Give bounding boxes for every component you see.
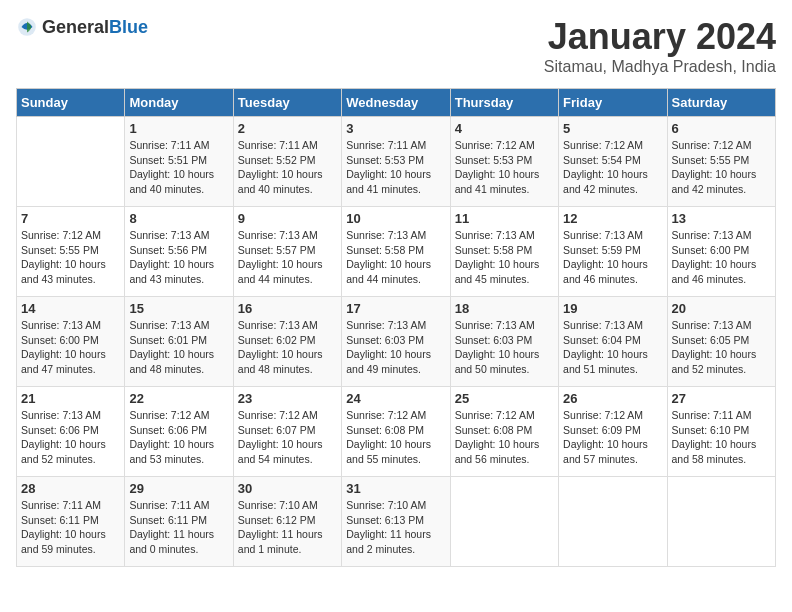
day-info: Sunrise: 7:13 AM Sunset: 6:03 PM Dayligh… [455,318,554,377]
calendar-cell: 18Sunrise: 7:13 AM Sunset: 6:03 PM Dayli… [450,297,558,387]
day-number: 6 [672,121,771,136]
week-row-5: 28Sunrise: 7:11 AM Sunset: 6:11 PM Dayli… [17,477,776,567]
calendar-cell: 31Sunrise: 7:10 AM Sunset: 6:13 PM Dayli… [342,477,450,567]
logo-general: GeneralBlue [42,17,148,38]
calendar-cell: 4Sunrise: 7:12 AM Sunset: 5:53 PM Daylig… [450,117,558,207]
calendar-cell [17,117,125,207]
day-info: Sunrise: 7:12 AM Sunset: 6:07 PM Dayligh… [238,408,337,467]
week-row-3: 14Sunrise: 7:13 AM Sunset: 6:00 PM Dayli… [17,297,776,387]
day-number: 29 [129,481,228,496]
day-header-tuesday: Tuesday [233,89,341,117]
day-info: Sunrise: 7:11 AM Sunset: 6:11 PM Dayligh… [129,498,228,557]
calendar-cell: 6Sunrise: 7:12 AM Sunset: 5:55 PM Daylig… [667,117,775,207]
week-row-2: 7Sunrise: 7:12 AM Sunset: 5:55 PM Daylig… [17,207,776,297]
logo: GeneralBlue [16,16,148,38]
day-info: Sunrise: 7:13 AM Sunset: 6:02 PM Dayligh… [238,318,337,377]
day-info: Sunrise: 7:13 AM Sunset: 6:00 PM Dayligh… [672,228,771,287]
day-number: 27 [672,391,771,406]
day-info: Sunrise: 7:11 AM Sunset: 5:51 PM Dayligh… [129,138,228,197]
calendar-cell: 3Sunrise: 7:11 AM Sunset: 5:53 PM Daylig… [342,117,450,207]
day-number: 13 [672,211,771,226]
day-number: 26 [563,391,662,406]
day-number: 12 [563,211,662,226]
day-info: Sunrise: 7:13 AM Sunset: 5:57 PM Dayligh… [238,228,337,287]
day-number: 23 [238,391,337,406]
calendar-cell: 26Sunrise: 7:12 AM Sunset: 6:09 PM Dayli… [559,387,667,477]
day-number: 20 [672,301,771,316]
calendar-cell: 16Sunrise: 7:13 AM Sunset: 6:02 PM Dayli… [233,297,341,387]
day-number: 22 [129,391,228,406]
page-header: GeneralBlue January 2024 Sitamau, Madhya… [16,16,776,76]
day-info: Sunrise: 7:13 AM Sunset: 6:03 PM Dayligh… [346,318,445,377]
day-info: Sunrise: 7:11 AM Sunset: 5:52 PM Dayligh… [238,138,337,197]
calendar-cell: 12Sunrise: 7:13 AM Sunset: 5:59 PM Dayli… [559,207,667,297]
calendar-cell: 14Sunrise: 7:13 AM Sunset: 6:00 PM Dayli… [17,297,125,387]
day-number: 8 [129,211,228,226]
day-number: 19 [563,301,662,316]
days-header-row: SundayMondayTuesdayWednesdayThursdayFrid… [17,89,776,117]
day-number: 15 [129,301,228,316]
calendar-cell: 1Sunrise: 7:11 AM Sunset: 5:51 PM Daylig… [125,117,233,207]
day-info: Sunrise: 7:13 AM Sunset: 5:58 PM Dayligh… [455,228,554,287]
day-info: Sunrise: 7:12 AM Sunset: 6:08 PM Dayligh… [455,408,554,467]
day-info: Sunrise: 7:13 AM Sunset: 6:06 PM Dayligh… [21,408,120,467]
day-info: Sunrise: 7:10 AM Sunset: 6:12 PM Dayligh… [238,498,337,557]
day-number: 4 [455,121,554,136]
day-number: 16 [238,301,337,316]
day-info: Sunrise: 7:12 AM Sunset: 5:53 PM Dayligh… [455,138,554,197]
day-number: 14 [21,301,120,316]
logo-icon [16,16,38,38]
calendar-cell: 24Sunrise: 7:12 AM Sunset: 6:08 PM Dayli… [342,387,450,477]
day-info: Sunrise: 7:11 AM Sunset: 6:10 PM Dayligh… [672,408,771,467]
day-number: 11 [455,211,554,226]
day-number: 3 [346,121,445,136]
day-info: Sunrise: 7:12 AM Sunset: 6:09 PM Dayligh… [563,408,662,467]
calendar-cell: 7Sunrise: 7:12 AM Sunset: 5:55 PM Daylig… [17,207,125,297]
day-number: 2 [238,121,337,136]
calendar-cell [450,477,558,567]
day-number: 25 [455,391,554,406]
calendar-cell: 5Sunrise: 7:12 AM Sunset: 5:54 PM Daylig… [559,117,667,207]
calendar-cell: 20Sunrise: 7:13 AM Sunset: 6:05 PM Dayli… [667,297,775,387]
day-header-monday: Monday [125,89,233,117]
calendar-cell: 11Sunrise: 7:13 AM Sunset: 5:58 PM Dayli… [450,207,558,297]
day-number: 17 [346,301,445,316]
day-info: Sunrise: 7:13 AM Sunset: 5:58 PM Dayligh… [346,228,445,287]
month-title: January 2024 [544,16,776,58]
day-info: Sunrise: 7:11 AM Sunset: 5:53 PM Dayligh… [346,138,445,197]
day-number: 24 [346,391,445,406]
calendar-cell: 15Sunrise: 7:13 AM Sunset: 6:01 PM Dayli… [125,297,233,387]
day-number: 1 [129,121,228,136]
day-info: Sunrise: 7:12 AM Sunset: 5:55 PM Dayligh… [21,228,120,287]
day-info: Sunrise: 7:12 AM Sunset: 5:55 PM Dayligh… [672,138,771,197]
calendar-cell: 9Sunrise: 7:13 AM Sunset: 5:57 PM Daylig… [233,207,341,297]
day-info: Sunrise: 7:12 AM Sunset: 6:06 PM Dayligh… [129,408,228,467]
calendar-cell: 23Sunrise: 7:12 AM Sunset: 6:07 PM Dayli… [233,387,341,477]
day-info: Sunrise: 7:13 AM Sunset: 6:04 PM Dayligh… [563,318,662,377]
day-number: 5 [563,121,662,136]
day-info: Sunrise: 7:13 AM Sunset: 6:00 PM Dayligh… [21,318,120,377]
calendar-cell: 19Sunrise: 7:13 AM Sunset: 6:04 PM Dayli… [559,297,667,387]
day-header-saturday: Saturday [667,89,775,117]
calendar-cell: 30Sunrise: 7:10 AM Sunset: 6:12 PM Dayli… [233,477,341,567]
calendar-cell: 13Sunrise: 7:13 AM Sunset: 6:00 PM Dayli… [667,207,775,297]
calendar-cell: 22Sunrise: 7:12 AM Sunset: 6:06 PM Dayli… [125,387,233,477]
week-row-4: 21Sunrise: 7:13 AM Sunset: 6:06 PM Dayli… [17,387,776,477]
title-area: January 2024 Sitamau, Madhya Pradesh, In… [544,16,776,76]
day-number: 18 [455,301,554,316]
location-subtitle: Sitamau, Madhya Pradesh, India [544,58,776,76]
calendar-cell: 17Sunrise: 7:13 AM Sunset: 6:03 PM Dayli… [342,297,450,387]
day-info: Sunrise: 7:11 AM Sunset: 6:11 PM Dayligh… [21,498,120,557]
day-number: 28 [21,481,120,496]
day-number: 30 [238,481,337,496]
day-info: Sunrise: 7:13 AM Sunset: 5:56 PM Dayligh… [129,228,228,287]
calendar-cell: 8Sunrise: 7:13 AM Sunset: 5:56 PM Daylig… [125,207,233,297]
calendar-header: SundayMondayTuesdayWednesdayThursdayFrid… [17,89,776,117]
week-row-1: 1Sunrise: 7:11 AM Sunset: 5:51 PM Daylig… [17,117,776,207]
day-header-sunday: Sunday [17,89,125,117]
calendar-body: 1Sunrise: 7:11 AM Sunset: 5:51 PM Daylig… [17,117,776,567]
day-info: Sunrise: 7:13 AM Sunset: 5:59 PM Dayligh… [563,228,662,287]
day-number: 7 [21,211,120,226]
calendar-cell: 27Sunrise: 7:11 AM Sunset: 6:10 PM Dayli… [667,387,775,477]
day-number: 21 [21,391,120,406]
